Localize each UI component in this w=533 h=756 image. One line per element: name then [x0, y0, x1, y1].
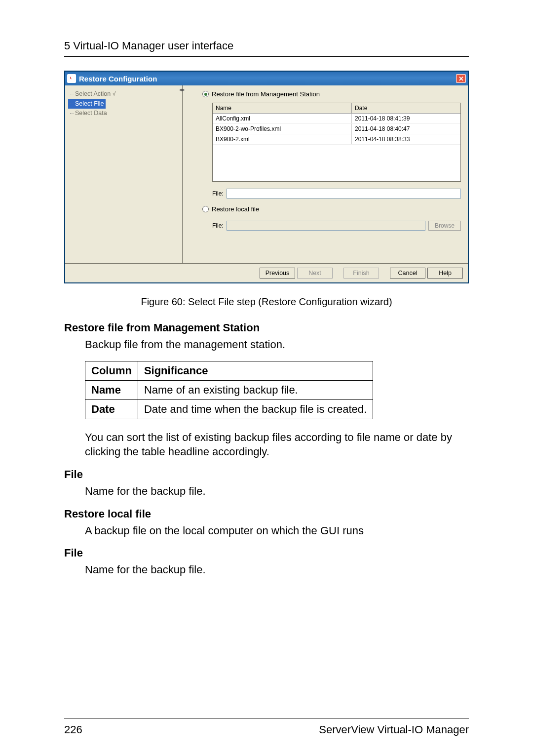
java-icon: [67, 74, 76, 83]
col-header-name[interactable]: Name: [213, 103, 352, 113]
radio-restore-local[interactable]: Restore local file: [202, 205, 461, 213]
page-number: 226: [64, 723, 82, 736]
figure-caption: Figure 60: Select File step (Restore Con…: [64, 296, 469, 308]
sig-h1: Column: [85, 361, 138, 380]
file1-title: File: [64, 468, 469, 481]
table-row[interactable]: BX900-2.xml 2011-04-18 08:38:33: [213, 134, 460, 145]
sect1-body: Backup file from the management station.: [85, 337, 469, 352]
help-button[interactable]: Help: [427, 268, 463, 279]
sect-restore-station: Restore file from Management Station: [64, 321, 469, 334]
wizard-tree-panel: ◂▸ Select Action Select File Select Data: [65, 85, 183, 263]
wizard-footer: Previous Next Finish Cancel Help: [65, 263, 468, 282]
tree-select-file[interactable]: Select File: [68, 99, 106, 109]
file-label-2: File:: [212, 222, 224, 229]
sort-note: You can sort the list of existing backup…: [85, 430, 469, 459]
next-button: Next: [297, 268, 333, 279]
file2-body: Name for the backup file.: [85, 562, 469, 577]
wizard-content-panel: Restore file from Management Station Nam…: [183, 85, 468, 263]
titlebar: Restore Configuration ✕: [65, 72, 468, 85]
backup-file-table[interactable]: Name Date AllConfig.xml 2011-04-18 08:41…: [212, 103, 461, 182]
footer-rule: [64, 718, 469, 718]
restore-wizard-window: Restore Configuration ✕ ◂▸ Select Action…: [64, 71, 469, 283]
splitter-handle[interactable]: ◂▸: [179, 86, 185, 93]
radio-restore-from-station[interactable]: Restore file from Management Station: [202, 90, 461, 98]
radio2-label: Restore local file: [212, 205, 259, 213]
tree-select-data[interactable]: Select Data: [68, 109, 179, 118]
sect2-body: A backup file on the local computer on w…: [85, 523, 469, 538]
file2-title: File: [64, 547, 469, 559]
radio-icon: [202, 91, 209, 97]
significance-table: Column Significance Name Name of an exis…: [85, 361, 373, 419]
sig-r1c2: Name of an existing backup file.: [138, 380, 373, 399]
header-rule: [64, 56, 469, 57]
product-name: ServerView Virtual-IO Manager: [319, 723, 469, 736]
sig-r2c2: Date and time when the backup file is cr…: [138, 399, 373, 419]
sig-r1c1: Name: [85, 380, 138, 399]
tree-select-action[interactable]: Select Action: [68, 89, 179, 99]
browse-button: Browse: [428, 221, 461, 231]
cancel-button[interactable]: Cancel: [390, 268, 425, 279]
table-header[interactable]: Name Date: [213, 103, 460, 114]
window-title: Restore Configuration: [79, 75, 157, 83]
table-row[interactable]: BX900-2-wo-Profiles.xml 2011-04-18 08:40…: [213, 124, 460, 134]
table-row[interactable]: AllConfig.xml 2011-04-18 08:41:39: [213, 114, 460, 124]
close-button[interactable]: ✕: [456, 74, 466, 83]
file-input-local: [227, 221, 425, 231]
page-section-header: 5 Virtual-IO Manager user interface: [64, 40, 469, 52]
previous-button[interactable]: Previous: [260, 268, 295, 279]
col-header-date[interactable]: Date: [352, 103, 460, 113]
finish-button: Finish: [343, 268, 379, 279]
sect-restore-local: Restore local file: [64, 508, 469, 520]
radio-icon: [202, 206, 209, 212]
sig-r2c1: Date: [85, 399, 138, 419]
file-input-station[interactable]: [227, 189, 461, 199]
sig-h2: Significance: [138, 361, 373, 380]
radio1-label: Restore file from Management Station: [212, 90, 320, 98]
file-label-1: File:: [212, 190, 224, 197]
file1-body: Name for the backup file.: [85, 484, 469, 499]
